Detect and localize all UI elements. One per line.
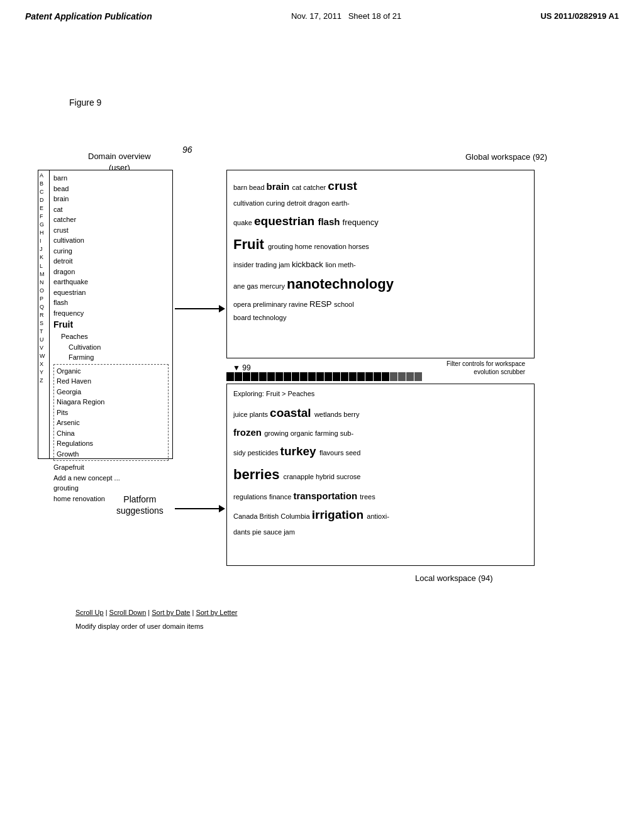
list-item: Peaches	[53, 331, 169, 342]
global-words: barn bead brain cat catcher crust cultiv…	[233, 175, 528, 325]
dashed-box: Organic Red Haven Georgia Niagara Region…	[53, 364, 169, 462]
header-sheet: Sheet 18 of 21	[348, 11, 402, 21]
word-detroit: detroit	[287, 199, 308, 207]
word-trees: trees	[360, 493, 375, 501]
list-item: Georgia	[57, 387, 165, 397]
word-opera: opera	[233, 301, 253, 308]
list-item: Regulations	[57, 438, 165, 449]
word-frozen: frozen	[233, 427, 264, 438]
word-mercury: mercury	[260, 282, 287, 290]
word-jam: jam	[279, 261, 292, 268]
list-item: earthquake	[53, 277, 169, 287]
list-item: frequency	[53, 308, 169, 319]
main-arrow	[175, 305, 225, 313]
diagram-area: Domain overview (user) 96 Global workspa…	[38, 138, 604, 616]
word-dants: dants	[233, 528, 252, 536]
local-workspace-label: Local workspace (94)	[415, 573, 493, 583]
word-berries: berries	[233, 467, 284, 482]
word-wetlands: wetlands	[314, 411, 343, 418]
platform-label-line1: Platform	[123, 494, 156, 504]
word-pesticides: pesticides	[248, 449, 280, 456]
list-item: grouting	[53, 483, 169, 494]
list-item: dragon	[53, 267, 169, 277]
list-item: equestrian	[53, 287, 169, 298]
word-ravine: ravine	[289, 301, 309, 308]
word-coastal: coastal	[270, 406, 314, 419]
sort-letter-link[interactable]: Sort by Letter	[196, 609, 237, 616]
word-dragon: dragon	[308, 199, 331, 207]
word-catcher: catcher	[303, 184, 328, 191]
word-pie: pie	[252, 528, 264, 536]
word-school: school	[334, 301, 354, 308]
domain-list: barn bead brain cat catcher crust cultiv…	[50, 170, 172, 458]
scroll-up-link[interactable]: Scroll Up	[75, 609, 104, 616]
word-hybrid: hybrid	[316, 473, 336, 480]
word-flash: flash	[318, 216, 342, 227]
word-equestrian: equestrian	[254, 214, 318, 228]
second-arrow	[175, 505, 225, 512]
page-header: Patent Application Publication Nov. 17, …	[0, 0, 644, 21]
word-barn: barn	[233, 184, 249, 191]
word-berry: berry	[343, 411, 359, 418]
word-sucrose: sucrose	[336, 473, 361, 480]
list-item: crust	[53, 225, 169, 236]
word-kickback: kickback	[292, 260, 325, 269]
patent-number: US 2011/0282919 A1	[540, 11, 619, 21]
word-brain: brain	[267, 181, 292, 192]
word-cranapple: cranapple	[284, 473, 316, 480]
word-sauce: sauce	[264, 528, 284, 536]
scroll-down-link[interactable]: Scroll Down	[109, 609, 147, 616]
word-lion: lion	[325, 261, 338, 268]
list-item: Fruit	[53, 318, 169, 331]
word-finance: finance	[269, 493, 294, 501]
word-grouting: grouting	[268, 243, 295, 250]
word-regulations: regulations	[233, 493, 269, 501]
sort-date-link[interactable]: Sort by Date	[152, 609, 190, 616]
word-fruit: Fruit	[233, 236, 268, 252]
platform-label-line2: suggestions	[116, 506, 164, 516]
list-item: bead	[53, 184, 169, 194]
word-seed: seed	[346, 449, 361, 456]
list-item: Growth	[57, 449, 165, 460]
word-curing: curing	[266, 199, 287, 207]
header-date: Nov. 17, 2011	[291, 11, 341, 21]
domain-panel: A B C D E F G H I J K L M N O P Q R S T …	[38, 170, 173, 459]
list-item: Pits	[57, 407, 165, 418]
header-date-sheet: Nov. 17, 2011 Sheet 18 of 21	[291, 11, 401, 21]
filter-controls-label: Filter controls for workspaceevolution s…	[447, 360, 525, 376]
word-farming: farming	[315, 429, 340, 437]
word-crust: crust	[328, 179, 357, 192]
word-flavours: flavours	[319, 449, 346, 456]
list-item: Add a new concept ...	[53, 473, 169, 484]
list-item: Cultivation	[53, 342, 169, 353]
word-sub: sub-	[340, 429, 353, 437]
word-frequency: frequency	[343, 218, 379, 227]
filter-number-99: ▼ 99	[233, 363, 251, 372]
word-antioxi: antioxi-	[367, 512, 389, 520]
global-workspace-label: Global workspace (92)	[465, 152, 597, 162]
word-canada: Canada	[233, 512, 260, 520]
word-turkey: turkey	[280, 445, 319, 458]
list-item: Arsenic	[57, 418, 165, 428]
publication-title: Patent Application Publication	[25, 11, 152, 21]
word-earthquake: earth-	[331, 199, 350, 207]
progress-bar	[226, 372, 440, 381]
list-item: curing	[53, 246, 169, 257]
word-growing: growing	[264, 429, 291, 437]
exploring-header: Exploring: Fruit > Peaches	[233, 388, 528, 400]
list-item: Farming	[53, 352, 169, 363]
list-item: brain	[53, 194, 169, 204]
bottom-note: Modify display order of user domain item…	[75, 622, 204, 630]
word-jam-local: jam	[284, 528, 295, 536]
list-item: Grapefruit	[53, 462, 169, 473]
word-insider-trading: insider trading	[233, 261, 279, 268]
word-british-columbia: British Columbia	[260, 512, 312, 520]
list-item: cultivation	[53, 235, 169, 246]
list-item: catcher	[53, 214, 169, 225]
word-juice: juice	[233, 411, 250, 418]
list-item: Niagara Region	[57, 397, 165, 407]
list-item: Organic	[57, 366, 165, 377]
list-item: detroit	[53, 256, 169, 267]
local-words: juice plants coastal wetlands berry froz…	[233, 402, 528, 540]
word-cat: cat	[292, 184, 303, 191]
